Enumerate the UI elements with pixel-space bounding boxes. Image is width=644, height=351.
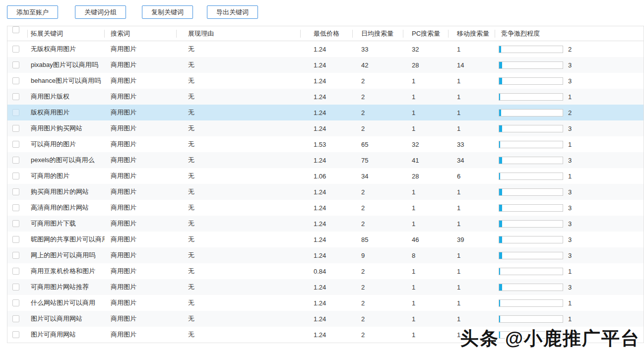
row-checkbox[interactable] xyxy=(12,46,19,53)
row-checkbox[interactable] xyxy=(12,204,19,211)
cell-pc_search: 1 xyxy=(403,188,449,196)
cell-reason: 无 xyxy=(177,76,301,85)
competition-value: 1 xyxy=(568,93,572,101)
competition-value: 3 xyxy=(568,77,572,85)
cell-pc_search: 1 xyxy=(403,220,449,228)
table-row[interactable]: pixabay图片可以商用吗商用图片无1.244228143 xyxy=(7,57,644,73)
table-row[interactable]: behance图片可以商用吗商用图片无1.242113 xyxy=(7,73,644,89)
row-checkbox[interactable] xyxy=(12,125,19,132)
cell-search_term: 商用图片 xyxy=(105,298,177,307)
cell-mobile_search: 1 xyxy=(449,188,495,196)
competition-value: 1 xyxy=(568,173,572,180)
row-checkbox[interactable] xyxy=(12,141,19,148)
cell-keyword: 可以商用的图片 xyxy=(28,140,105,149)
row-checkbox-cell xyxy=(7,284,28,291)
group-keywords-button[interactable]: 关键词分组 xyxy=(75,5,126,19)
row-checkbox[interactable] xyxy=(12,109,19,116)
competition-bar xyxy=(499,188,563,196)
cell-search_term: 商用图片 xyxy=(105,76,177,85)
cell-pc_search: 1 xyxy=(403,77,449,85)
row-checkbox[interactable] xyxy=(12,284,19,291)
row-checkbox[interactable] xyxy=(12,173,19,179)
table-row[interactable]: 可商用图片下载商用图片无1.242113 xyxy=(7,216,644,232)
table-row[interactable]: 商用豆浆机价格和图片商用图片无0.842111 xyxy=(7,263,644,279)
competition-value: 1 xyxy=(568,268,572,275)
table-row[interactable]: 商用图片购买网站商用图片无1.242113 xyxy=(7,120,644,136)
competition-bar-fill xyxy=(499,157,502,164)
cell-competition: 1 xyxy=(495,141,644,148)
row-checkbox-cell xyxy=(7,204,28,211)
cell-min_price: 1.24 xyxy=(301,61,353,69)
cell-search_term: 商用图片 xyxy=(105,92,177,101)
row-checkbox[interactable] xyxy=(12,93,19,100)
cell-daily_search: 34 xyxy=(353,173,403,180)
row-checkbox[interactable] xyxy=(12,236,19,243)
cell-pc_search: 1 xyxy=(403,109,449,117)
cell-pc_search: 1 xyxy=(403,315,449,323)
cell-competition: 3 xyxy=(495,284,644,291)
table-row[interactable]: 版权商用图片商用图片无1.242112 xyxy=(7,105,644,120)
table-row[interactable]: 网上的图片可以商用吗商用图片无1.249813 xyxy=(7,247,644,263)
cell-search_term: 商用图片 xyxy=(105,219,177,228)
row-checkbox[interactable] xyxy=(12,220,19,227)
cell-daily_search: 2 xyxy=(353,331,403,339)
table-row[interactable]: 购买商用图片的网站商用图片无1.242113 xyxy=(7,184,644,200)
row-checkbox-cell xyxy=(7,268,28,275)
row-checkbox[interactable] xyxy=(12,157,19,164)
table-row[interactable]: 可以商用的图片商用图片无1.536532331 xyxy=(7,136,644,152)
cell-daily_search: 2 xyxy=(353,188,403,196)
cell-competition: 3 xyxy=(495,252,644,259)
table-row[interactable]: 图片可以商用网站商用图片无1.242111 xyxy=(7,311,644,327)
competition-bar-fill xyxy=(499,236,502,243)
cell-search_term: 商用图片 xyxy=(105,283,177,292)
row-checkbox[interactable] xyxy=(12,299,19,306)
cell-daily_search: 2 xyxy=(353,93,403,101)
cell-mobile_search: 14 xyxy=(449,61,495,69)
table-row[interactable]: 高清商用的图片网站商用图片无1.242113 xyxy=(7,200,644,216)
cell-mobile_search: 1 xyxy=(449,315,495,323)
cell-min_price: 1.24 xyxy=(301,331,353,339)
add-to-account-button[interactable]: 添加至账户 xyxy=(7,5,58,19)
cell-keyword: 昵图网的共享图片可以商用 xyxy=(28,235,105,244)
row-checkbox[interactable] xyxy=(12,268,19,275)
row-checkbox-cell xyxy=(7,331,28,338)
row-checkbox[interactable] xyxy=(12,331,19,338)
row-checkbox[interactable] xyxy=(12,252,19,259)
copy-keywords-button[interactable]: 复制关键词 xyxy=(142,5,193,19)
row-checkbox[interactable] xyxy=(12,77,19,84)
header-checkbox-cell xyxy=(7,26,28,41)
competition-value: 1 xyxy=(568,141,572,148)
competition-bar xyxy=(499,77,563,85)
table-row[interactable]: 无版权商用图片商用图片无1.24333212 xyxy=(7,41,644,57)
table-row[interactable]: 可商用图片网站推荐商用图片无1.242113 xyxy=(7,279,644,295)
cell-search_term: 商用图片 xyxy=(105,267,177,276)
table-row[interactable]: pexels的图可以商用么商用图片无1.247541343 xyxy=(7,152,644,168)
competition-bar xyxy=(499,236,563,243)
table-row[interactable]: 可商用的图片商用图片无1.06342861 xyxy=(7,168,644,184)
table-row[interactable]: 什么网站图片可以商用商用图片无1.242111 xyxy=(7,295,644,311)
competition-bar xyxy=(499,220,563,228)
table-row[interactable]: 昵图网的共享图片可以商用商用图片无1.248546393 xyxy=(7,232,644,247)
competition-value: 3 xyxy=(568,188,572,196)
competition-bar-fill xyxy=(499,189,502,195)
row-checkbox-cell xyxy=(7,93,28,100)
select-all-checkbox[interactable] xyxy=(12,26,19,33)
cell-mobile_search: 1 xyxy=(449,220,495,228)
export-keywords-button[interactable]: 导出关键词 xyxy=(207,5,258,19)
row-checkbox[interactable] xyxy=(12,61,19,68)
cell-reason: 无 xyxy=(177,60,301,69)
cell-daily_search: 42 xyxy=(353,61,403,69)
cell-competition: 1 xyxy=(495,93,644,101)
cell-reason: 无 xyxy=(177,124,301,133)
row-checkbox-cell xyxy=(7,46,28,53)
row-checkbox[interactable] xyxy=(12,315,19,322)
row-checkbox[interactable] xyxy=(12,188,19,195)
row-checkbox-cell xyxy=(7,220,28,227)
cell-mobile_search: 1 xyxy=(449,252,495,259)
cell-min_price: 1.24 xyxy=(301,236,353,243)
table-row[interactable]: 商用图片版权商用图片无1.242111 xyxy=(7,89,644,105)
cell-keyword: 商用图片购买网站 xyxy=(28,124,105,133)
cell-min_price: 1.24 xyxy=(301,77,353,85)
cell-pc_search: 1 xyxy=(403,204,449,212)
cell-reason: 无 xyxy=(177,283,301,292)
